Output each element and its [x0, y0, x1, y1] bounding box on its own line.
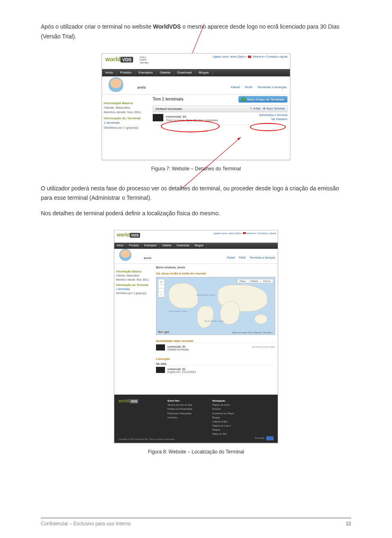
sidebar: Informação Básica Cliente, Masculino Mem… — [104, 99, 150, 130]
tech-badge-icon — [266, 436, 274, 440]
new-group-button[interactable]: +Novo Grupo de Terminais — [238, 96, 287, 103]
nav-item[interactable]: Galeria — [160, 243, 174, 248]
logged-as-label: Ligado como: — [213, 232, 228, 234]
footer-link[interactable]: Política de Privacidade — [167, 407, 192, 411]
map-tab[interactable]: Híbrido — [261, 279, 273, 283]
sidebar-link[interactable]: 1 terminais — [104, 121, 150, 125]
site-logo[interactable]: worldVDS — [105, 56, 133, 63]
username-label: areis — [144, 256, 151, 260]
view-details-link[interactable]: Ver Detalhes — [271, 118, 287, 121]
user-link[interactable]: areis — [229, 232, 234, 234]
text: Após o utilizador criar o terminal no we… — [41, 23, 153, 30]
sidebar-text: Cliente, Masculino — [104, 105, 150, 110]
annotation-ellipse — [250, 123, 286, 131]
terminal-thumbnail — [153, 114, 163, 121]
tab-panel[interactable]: Painel — [231, 85, 240, 89]
admin-terminal-link[interactable]: Administrar o Terminal — [259, 114, 287, 116]
technology-credit: Tecnologia — [255, 436, 274, 440]
map-tab[interactable]: Satélite — [248, 279, 261, 283]
terminal-group: Default terminals — [167, 348, 189, 351]
footer-link[interactable]: Galeria Grátis — [212, 420, 234, 424]
avatar-icon — [109, 77, 123, 92]
figure-8-screenshot: worldVDS Ligado como: areis (Sair) • Idi… — [114, 230, 278, 443]
nav-item[interactable]: Exemplos — [142, 243, 160, 248]
tab-terminals[interactable]: Terminais e licenças — [257, 85, 287, 89]
activity-row: comercial_01 Default terminals terminal … — [156, 343, 275, 353]
help-link[interactable]: Ajuda — [270, 232, 276, 234]
header: worldVDS VideoDigitalSignage Ligado como… — [102, 54, 290, 69]
nav-item[interactable]: Blogue — [192, 243, 207, 248]
zoom-in-icon[interactable]: + — [158, 279, 164, 285]
nav-item[interactable]: Início — [114, 243, 127, 248]
nav-item[interactable]: Blogue — [196, 69, 213, 76]
footer-link[interactable]: Página de Início — [212, 403, 234, 407]
map-tab[interactable]: Mapa — [237, 279, 248, 283]
terminal-thumbnail — [156, 367, 165, 373]
google-logo: Google — [158, 330, 169, 334]
nav-item[interactable]: Download — [174, 243, 192, 248]
logout-link[interactable]: (Sair) — [235, 232, 241, 234]
section-heading: Os seus ecrãs à volta do mundo — [156, 272, 275, 275]
tab-profile[interactable]: Perfil — [239, 256, 245, 259]
footer-link[interactable]: Produto — [212, 407, 234, 411]
plus-icon: + — [242, 97, 246, 101]
nav-item[interactable]: Produto — [127, 243, 142, 248]
footer-link[interactable]: Registo — [212, 428, 234, 432]
help-link[interactable]: Ajuda — [280, 55, 287, 58]
world-map[interactable]: +− MapaSatéliteHíbrido North Atlantic Oc… — [156, 277, 275, 335]
main-nav: InícioProdutoExemplosGaleriaDownloadBlog… — [102, 69, 290, 76]
zoom-out-icon[interactable]: − — [158, 292, 164, 297]
section-heading: Actividade mais recente — [156, 339, 275, 343]
map-zoom-control[interactable]: +− — [158, 279, 165, 298]
map-label: North Atlantic Ocean — [196, 294, 215, 296]
footer-link[interactable]: Termos de Uso do Site — [167, 403, 192, 407]
terminal-name: comercial_01 — [166, 115, 187, 118]
terminal-thumbnail — [156, 344, 165, 350]
sidebar-text: Membro desde: Nov 2011 — [116, 278, 154, 282]
footer-link[interactable]: Blogue — [212, 415, 234, 420]
top-links: Ligado como: areis (Sair) • Idioma ▾ • C… — [212, 55, 287, 58]
footer-link[interactable]: Perguntas Frequentes — [167, 411, 192, 415]
contact-link[interactable]: Contacto — [266, 55, 278, 58]
footer-heading: Sobre Nós — [167, 399, 192, 403]
annotation-ellipse — [161, 120, 220, 132]
sidebar-text: Cliente, Masculino — [116, 274, 154, 278]
tab-panel[interactable]: Painel — [227, 256, 235, 259]
edit-group-link[interactable]: ✎ Editar — [250, 107, 261, 110]
footer-link[interactable]: Download do Player — [212, 411, 234, 415]
nav-item[interactable]: Download — [174, 69, 196, 76]
logged-as-label: Ligado como: — [212, 55, 229, 58]
terminal-name: comercial_01 — [167, 345, 185, 348]
contact-link[interactable]: Contacto — [258, 232, 268, 234]
flag-icon — [248, 56, 251, 58]
sidebar-text: Divididos por 1 grupo(s) — [104, 125, 150, 130]
copyright: Copyright © 2011 Amplitude Net. Todos os… — [118, 438, 175, 440]
nav-item[interactable]: Exemplos — [135, 69, 156, 76]
brand-name: WorldVDS — [153, 23, 181, 30]
site-logo[interactable]: worldVDS — [117, 232, 140, 238]
nav-item[interactable]: Galeria — [156, 69, 174, 76]
tab-terminals[interactable]: Terminais e licenças — [249, 256, 275, 259]
footer-link[interactable]: Página de Log In — [212, 424, 234, 428]
nav-item[interactable]: Produto — [117, 69, 135, 76]
footer-link[interactable]: Mapa do Site — [212, 432, 234, 436]
sidebar-link[interactable]: 1 terminais — [116, 287, 154, 291]
language-link[interactable]: Idioma — [246, 232, 254, 234]
sidebar-text: Membro desde: Nov 2011 — [104, 110, 150, 114]
language-link[interactable]: Idioma — [253, 55, 261, 58]
main-content: Bem-vindo/a, areis Os seus ecrãs à volta… — [156, 266, 275, 375]
main-nav: InícioProdutoExemplosGaleriaDownloadBlog… — [114, 243, 278, 249]
footer-link[interactable]: Contacto — [167, 415, 192, 420]
sidebar-heading: Informação Básica — [116, 270, 154, 274]
new-terminal-link[interactable]: ✚ Novo Terminal — [263, 107, 285, 110]
map-label: South Atlantic Ocean — [205, 320, 224, 322]
tab-profile[interactable]: Perfil — [245, 85, 252, 89]
nav-item[interactable]: Início — [102, 69, 117, 76]
figure-7-screenshot: worldVDS VideoDigitalSignage Ligado como… — [102, 53, 290, 160]
logout-link[interactable]: (Sair) — [237, 55, 244, 58]
welcome-heading: Bem-vindo/a, areis — [156, 266, 275, 269]
sidebar-text: Divididos por 1 grupo(s) — [116, 291, 154, 295]
avatar-icon — [119, 249, 131, 261]
sidebar-heading: Informação do Terminal — [104, 116, 150, 121]
user-link[interactable]: areis — [230, 55, 236, 58]
